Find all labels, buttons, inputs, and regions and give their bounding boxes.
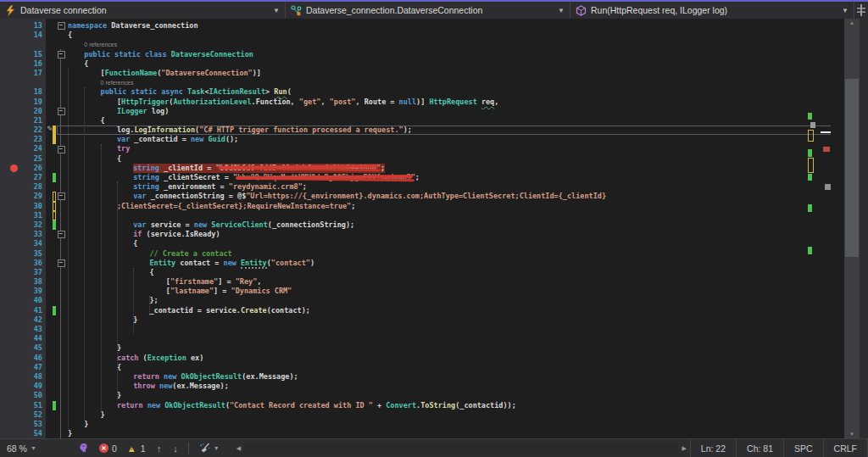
- code-text[interactable]: [66, 334, 837, 343]
- code-text[interactable]: public static class DataverseConnection: [66, 50, 837, 59]
- codelens-references[interactable]: 0 references: [66, 78, 837, 87]
- code-text[interactable]: {: [66, 363, 837, 372]
- breakpoint-gutter-cell[interactable]: [0, 306, 27, 315]
- cursor-char-indicator[interactable]: Ch: 81: [736, 439, 783, 457]
- breakpoint-gutter-cell[interactable]: [0, 50, 27, 59]
- code-text[interactable]: }: [66, 343, 837, 353]
- breakpoint-gutter-cell[interactable]: [0, 40, 27, 49]
- line-ending-indicator[interactable]: CRLF: [823, 439, 868, 457]
- breakpoint-gutter-cell[interactable]: [0, 21, 27, 31]
- breakpoint-gutter-cell[interactable]: [0, 268, 27, 277]
- breakpoint-gutter-cell[interactable]: [0, 391, 27, 400]
- code-text[interactable]: [HttpTrigger(AuthorizationLevel.Function…: [66, 98, 837, 107]
- breakpoint-gutter-cell[interactable]: [0, 98, 27, 107]
- code-text[interactable]: string _clientId = "b9d0b6d6-fdd5-44ad-b…: [66, 164, 837, 173]
- code-text[interactable]: ILogger log): [66, 107, 837, 116]
- code-text[interactable]: return new OkObjectResult("Contact Recor…: [66, 401, 837, 410]
- scroll-down-icon[interactable]: ▼: [844, 432, 860, 437]
- breakpoint-gutter-cell[interactable]: [0, 343, 27, 353]
- next-issue-button[interactable]: ↓: [173, 443, 178, 454]
- breakpoint-gutter-cell[interactable]: [0, 31, 27, 40]
- code-text[interactable]: var _connectionString = @$"Url=https://{…: [66, 192, 837, 201]
- collapse-button[interactable]: −: [58, 146, 65, 153]
- breakpoint-gutter-cell[interactable]: [0, 107, 27, 116]
- code-text[interactable]: _contactid = service.Create(contact);: [66, 306, 837, 315]
- split-window-button[interactable]: [854, 2, 868, 19]
- collapse-button[interactable]: −: [58, 51, 65, 59]
- breakpoint-gutter-cell[interactable]: [0, 69, 27, 78]
- code-text[interactable]: }: [66, 315, 837, 325]
- breakpoint-gutter-cell[interactable]: [0, 192, 27, 201]
- breakpoint-gutter-cell[interactable]: [0, 230, 27, 239]
- codelens-references[interactable]: 0 references: [66, 40, 837, 49]
- code-text[interactable]: try: [66, 144, 837, 153]
- code-text[interactable]: catch (Exception ex): [66, 354, 837, 363]
- feedback-button[interactable]: [78, 443, 89, 454]
- breakpoint-gutter-cell[interactable]: [0, 164, 27, 173]
- code-text[interactable]: [66, 211, 837, 220]
- breakpoint-gutter-cell[interactable]: [0, 125, 27, 135]
- breakpoint-gutter-cell[interactable]: [0, 382, 27, 391]
- project-dropdown[interactable]: Dataverse connection ▼: [0, 2, 286, 19]
- collapse-button[interactable]: −: [58, 192, 65, 200]
- member-dropdown[interactable]: Run(HttpRequest req, ILogger log) ▼: [570, 2, 854, 19]
- breakpoint-gutter-cell[interactable]: [0, 401, 27, 410]
- code-text[interactable]: public static async Task<IActionResult> …: [66, 87, 837, 97]
- breakpoint-gutter-cell[interactable]: [0, 116, 27, 125]
- code-text[interactable]: {: [66, 154, 837, 164]
- code-text[interactable]: if (service.IsReady): [66, 230, 837, 239]
- code-text[interactable]: };: [66, 296, 837, 305]
- code-text[interactable]: [FunctionName("DataverseConnection")]: [66, 69, 837, 78]
- breakpoint-gutter-cell[interactable]: [0, 59, 27, 69]
- code-text[interactable]: ["firstname"] = "Rey",: [66, 277, 837, 287]
- breakpoint-gutter-cell[interactable]: [0, 173, 27, 182]
- breakpoint-icon[interactable]: [10, 164, 18, 172]
- code-text[interactable]: // Create a contact: [66, 249, 837, 259]
- breakpoint-gutter-cell[interactable]: [0, 296, 27, 305]
- code-text[interactable]: {: [66, 239, 837, 248]
- breakpoint-gutter-cell[interactable]: [0, 239, 27, 248]
- code-text[interactable]: return new OkObjectResult(ex.Message);: [66, 372, 837, 382]
- breakpoint-gutter-cell[interactable]: [0, 144, 27, 153]
- code-text[interactable]: {: [66, 268, 837, 277]
- code-text[interactable]: namespace Dataverse_connection: [66, 21, 837, 31]
- code-text[interactable]: {: [66, 116, 837, 125]
- breakpoint-gutter-cell[interactable]: [0, 315, 27, 325]
- code-text[interactable]: string _clientSecret = "kbu8Q~BUquMudtVM…: [66, 173, 837, 182]
- scroll-up-icon[interactable]: ▲: [844, 20, 860, 25]
- scroll-left-icon[interactable]: ◀: [233, 445, 244, 452]
- breakpoint-gutter-cell[interactable]: [0, 277, 27, 287]
- breakpoint-gutter-cell[interactable]: [0, 363, 27, 372]
- breakpoint-gutter-cell[interactable]: [0, 259, 27, 268]
- previous-issue-button[interactable]: ↑: [157, 443, 162, 454]
- code-text[interactable]: ;ClientSecret={_clientSecret};RequireNew…: [66, 202, 837, 211]
- collapse-button[interactable]: −: [58, 22, 65, 30]
- breakpoint-gutter-cell[interactable]: [0, 202, 27, 211]
- breakpoint-gutter-cell[interactable]: [0, 220, 27, 230]
- breakpoint-gutter-cell[interactable]: [0, 287, 27, 296]
- breakpoint-gutter-cell[interactable]: [0, 410, 27, 420]
- vertical-scrollbar[interactable]: ▲ ▼: [844, 19, 860, 438]
- breakpoint-gutter-cell[interactable]: [0, 78, 27, 87]
- indentation-indicator[interactable]: SPC: [783, 439, 823, 457]
- code-text[interactable]: }: [66, 429, 837, 438]
- breakpoint-gutter-cell[interactable]: [0, 135, 27, 144]
- horizontal-scrollbar[interactable]: ◀ ▶: [233, 439, 690, 457]
- breakpoint-gutter-cell[interactable]: [0, 325, 27, 334]
- collapse-button[interactable]: −: [58, 231, 65, 238]
- warning-list-button[interactable]: ▲! 1: [127, 443, 146, 454]
- code-text[interactable]: }: [66, 391, 837, 400]
- scroll-right-icon[interactable]: ▶: [678, 445, 689, 452]
- breakpoint-gutter-cell[interactable]: [0, 372, 27, 382]
- type-dropdown[interactable]: Dataverse_connection.DataverseConnection…: [286, 2, 570, 19]
- code-text[interactable]: Entity contact = new Entity("contact"): [66, 259, 837, 268]
- error-list-button[interactable]: ✕ 0: [99, 443, 117, 454]
- scrollbar-thumb[interactable]: [845, 79, 859, 257]
- code-editor[interactable]: 13−namespace Dataverse_connection14{0 re…: [0, 19, 868, 438]
- breakpoint-gutter-cell[interactable]: [0, 420, 27, 429]
- breakpoint-gutter-cell[interactable]: [0, 334, 27, 343]
- collapse-button[interactable]: −: [58, 108, 65, 115]
- breakpoint-gutter-cell[interactable]: [0, 154, 27, 164]
- code-text[interactable]: {: [66, 31, 837, 40]
- zoom-control[interactable]: 68 % ▼: [0, 443, 73, 454]
